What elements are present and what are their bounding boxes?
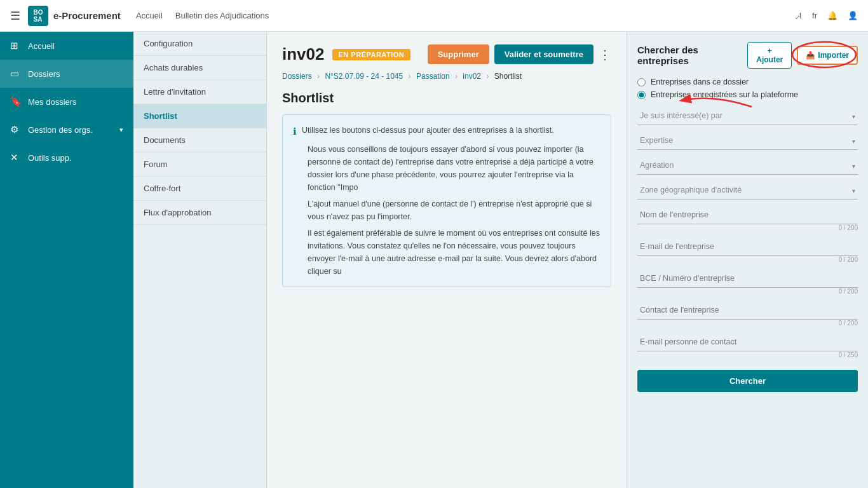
sub-sidebar-documents[interactable]: Documents [133, 128, 266, 152]
radio-label-plateforme[interactable]: Entreprises enregistrées sur la platefor… [651, 90, 798, 99]
field-nom-entreprise: 0 / 200 [637, 206, 858, 231]
chevron-down-icon-agréation: ▾ [852, 162, 855, 169]
breadcrumb-inv02[interactable]: inv02 [463, 72, 481, 81]
content-main: inv02 EN PRÉPARATION Supprimer Valider e… [267, 32, 627, 488]
breadcrumb-current: Shortlist [494, 72, 522, 81]
bookmark-icon: 🔖 [10, 96, 22, 107]
char-count-nom: 0 / 200 [637, 224, 858, 231]
import-button[interactable]: 📥 Importer [797, 46, 858, 65]
chevron-icon: ▾ [119, 126, 123, 134]
page-header: inv02 EN PRÉPARATION Supprimer Valider e… [282, 44, 611, 64]
sub-sidebar-configuration[interactable]: Configuration [133, 32, 266, 56]
user-icon[interactable]: 👤 [848, 11, 858, 20]
sidebar-item-accueil[interactable]: ⊞ Accueil [0, 32, 133, 60]
info-box: ℹ Utilisez les boutons ci-dessus pour aj… [282, 114, 611, 287]
field-interesse-par: Je suis intéressé(e) par ▾ [637, 107, 858, 125]
import-label: Importer [818, 51, 849, 60]
delete-button[interactable]: Supprimer [428, 44, 489, 64]
select-agréation[interactable]: Agréation [637, 156, 858, 175]
radio-plateforme[interactable] [637, 91, 646, 99]
import-button-wrapper: 📥 Importer [797, 46, 858, 65]
nav-accueil[interactable]: Accueil [136, 11, 163, 20]
field-email-entreprise: 0 / 200 [637, 238, 858, 263]
translate-icon[interactable]: 𝓐 [796, 11, 802, 21]
field-agréation: Agréation ▾ [637, 156, 858, 175]
app-name: e-Procurement [53, 10, 121, 21]
field-contact-entreprise: 0 / 200 [637, 301, 858, 327]
char-count-contact: 0 / 200 [637, 320, 858, 327]
radio-item-dossier: Entreprises dans ce dossier [637, 78, 858, 86]
logo-box: BOSA [28, 6, 48, 26]
info-row-3: L'ajout manuel d'une (personne de contac… [293, 198, 600, 223]
radio-group: Entreprises dans ce dossier Entreprises … [637, 78, 858, 99]
info-text-2: Nous vous conseillons de toujours essaye… [308, 143, 600, 194]
sidebar-item-gestion-orgs[interactable]: ⚙ Gestion des orgs. ▾ [0, 116, 133, 144]
top-nav: ☰ BOSA e-Procurement Accueil Bulletin de… [0, 0, 868, 32]
info-icon: ℹ [293, 124, 297, 139]
input-nom-entreprise[interactable] [637, 206, 858, 224]
input-contact-entreprise[interactable] [637, 301, 858, 320]
search-button[interactable]: Chercher [637, 370, 858, 392]
field-expertise: Expertise ▾ [637, 132, 858, 150]
sidebar-label-accueil: Accueil [28, 41, 55, 51]
logo: BOSA [28, 6, 48, 26]
right-panel-title: Chercher des entreprises [637, 44, 747, 66]
select-expertise[interactable]: Expertise [637, 132, 858, 150]
more-button[interactable]: ⋮ [599, 47, 611, 62]
tools-icon: ✕ [10, 152, 22, 163]
page-header-right: Supprimer Valider et soumettre ⋮ [428, 44, 611, 64]
nav-bulletin[interactable]: Bulletin des Adjudications [175, 11, 269, 20]
sidebar-item-mes-dossiers[interactable]: 🔖 Mes dossiers [0, 88, 133, 116]
sub-sidebar: Configuration Achats durables Lettre d'i… [133, 32, 267, 488]
breadcrumb: Dossiers › N°S2.07.09 - 24 - 1045 › Pass… [282, 72, 611, 81]
page-header-left: inv02 EN PRÉPARATION [282, 44, 410, 64]
select-zone-geo[interactable]: Zone géographique d'activité [637, 181, 858, 200]
sidebar-label-outils: Outils supp. [28, 153, 72, 163]
page-title: inv02 [282, 44, 325, 64]
chevron-down-icon-interesse: ▾ [852, 112, 855, 119]
grid-icon: ⊞ [10, 40, 22, 51]
chevron-down-icon-zone: ▾ [852, 187, 855, 194]
gear-icon: ⚙ [10, 124, 22, 135]
lang-label[interactable]: fr [812, 11, 817, 20]
sub-sidebar-achats-durables[interactable]: Achats durables [133, 56, 266, 80]
submit-button[interactable]: Valider et soumettre [494, 44, 593, 64]
breadcrumb-numero[interactable]: N°S2.07.09 - 24 - 1045 [325, 72, 403, 81]
sub-sidebar-flux-approbation[interactable]: Flux d'approbation [133, 201, 266, 225]
char-count-bce: 0 / 200 [637, 288, 858, 295]
breadcrumb-passation[interactable]: Passation [416, 72, 450, 81]
folder-icon: ▭ [10, 68, 22, 79]
input-email-entreprise[interactable] [637, 238, 858, 256]
sub-sidebar-lettre-invitation[interactable]: Lettre d'invitation [133, 80, 266, 104]
sidebar-item-outils[interactable]: ✕ Outils supp. [0, 144, 133, 172]
char-count-email: 0 / 200 [637, 256, 858, 263]
sidebar-item-dossiers[interactable]: ▭ Dossiers [0, 60, 133, 88]
radio-label-dossier[interactable]: Entreprises dans ce dossier [651, 78, 749, 86]
sidebar-label-mes-dossiers: Mes dossiers [28, 97, 77, 107]
alert-icon[interactable]: 🔔 [827, 11, 837, 20]
add-button[interactable]: + Ajouter [747, 42, 792, 69]
breadcrumb-dossiers[interactable]: Dossiers [282, 72, 312, 81]
content-area: inv02 EN PRÉPARATION Supprimer Valider e… [267, 32, 868, 488]
input-email-contact[interactable] [637, 333, 858, 351]
sub-sidebar-shortlist[interactable]: Shortlist [133, 104, 266, 128]
input-bce[interactable] [637, 269, 858, 288]
layout: ⊞ Accueil ▭ Dossiers 🔖 Mes dossiers ⚙ Ge… [0, 32, 868, 488]
sub-sidebar-forum[interactable]: Forum [133, 152, 266, 177]
menu-icon[interactable]: ☰ [10, 9, 20, 23]
field-zone-geo: Zone géographique d'activité ▾ [637, 181, 858, 200]
char-count-email-contact: 0 / 250 [637, 351, 858, 358]
chevron-down-icon-expertise: ▾ [852, 137, 855, 144]
top-nav-right: 𝓐 fr 🔔 👤 [796, 11, 858, 21]
info-row-2: Nous vous conseillons de toujours essaye… [293, 143, 600, 194]
sidebar-label-gestion-orgs: Gestion des orgs. [28, 125, 93, 135]
right-panel-header: Chercher des entreprises + Ajouter 📥 Imp… [637, 42, 858, 69]
sidebar-label-dossiers: Dossiers [28, 69, 60, 79]
status-badge: EN PRÉPARATION [332, 49, 411, 60]
select-interesse-par[interactable]: Je suis intéressé(e) par [637, 107, 858, 125]
info-row-4: Il est également préférable de suivre le… [293, 227, 600, 278]
sub-sidebar-coffre-fort[interactable]: Coffre-fort [133, 177, 266, 201]
right-panel: Chercher des entreprises + Ajouter 📥 Imp… [627, 32, 868, 488]
radio-dossier[interactable] [637, 78, 646, 86]
info-text-4: Il est également préférable de suivre le… [308, 227, 600, 278]
